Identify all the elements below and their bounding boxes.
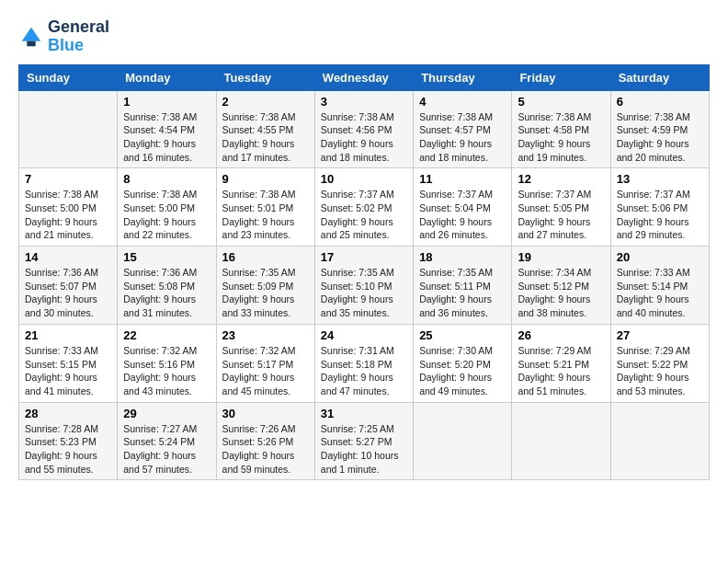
- calendar-cell: [610, 402, 709, 480]
- day-info: Sunrise: 7:38 AM Sunset: 4:57 PM Dayligh…: [419, 110, 506, 165]
- calendar-cell: 13Sunrise: 7:37 AM Sunset: 5:06 PM Dayli…: [610, 168, 709, 247]
- day-info: Sunrise: 7:38 AM Sunset: 4:54 PM Dayligh…: [123, 110, 210, 165]
- day-number: 22: [123, 328, 210, 342]
- day-number: 25: [419, 328, 506, 342]
- day-number: 21: [25, 328, 111, 342]
- day-info: Sunrise: 7:34 AM Sunset: 5:12 PM Dayligh…: [518, 266, 604, 320]
- weekday-header-wednesday: Wednesday: [314, 64, 413, 90]
- day-info: Sunrise: 7:33 AM Sunset: 5:15 PM Dayligh…: [25, 344, 111, 398]
- day-info: Sunrise: 7:38 AM Sunset: 4:55 PM Dayligh…: [222, 110, 309, 165]
- calendar-week-row: 28Sunrise: 7:28 AM Sunset: 5:23 PM Dayli…: [19, 402, 710, 480]
- calendar-cell: 9Sunrise: 7:38 AM Sunset: 5:01 PM Daylig…: [216, 168, 314, 247]
- day-info: Sunrise: 7:36 AM Sunset: 5:08 PM Dayligh…: [123, 266, 210, 320]
- day-number: 31: [321, 407, 407, 420]
- day-info: Sunrise: 7:29 AM Sunset: 5:21 PM Dayligh…: [518, 344, 604, 398]
- day-number: 16: [222, 250, 309, 264]
- day-number: 8: [123, 172, 210, 186]
- day-number: 9: [222, 172, 309, 186]
- day-info: Sunrise: 7:38 AM Sunset: 5:00 PM Dayligh…: [25, 188, 111, 242]
- day-number: 26: [518, 328, 604, 342]
- day-info: Sunrise: 7:26 AM Sunset: 5:26 PM Dayligh…: [222, 422, 309, 477]
- calendar-cell: 27Sunrise: 7:29 AM Sunset: 5:22 PM Dayli…: [610, 324, 709, 402]
- calendar-cell: 1Sunrise: 7:38 AM Sunset: 4:54 PM Daylig…: [118, 90, 216, 168]
- calendar-cell: 18Sunrise: 7:35 AM Sunset: 5:11 PM Dayli…: [414, 247, 512, 325]
- calendar-cell: 7Sunrise: 7:38 AM Sunset: 5:00 PM Daylig…: [19, 168, 118, 247]
- svg-marker-0: [22, 28, 41, 41]
- day-number: 6: [617, 95, 703, 109]
- day-number: 23: [222, 328, 309, 342]
- calendar-cell: 19Sunrise: 7:34 AM Sunset: 5:12 PM Dayli…: [512, 247, 610, 325]
- calendar-cell: 15Sunrise: 7:36 AM Sunset: 5:08 PM Dayli…: [118, 247, 216, 325]
- day-number: 29: [123, 407, 210, 420]
- calendar-table: SundayMondayTuesdayWednesdayThursdayFrid…: [18, 64, 710, 481]
- calendar-cell: [512, 402, 610, 480]
- calendar-cell: 17Sunrise: 7:35 AM Sunset: 5:10 PM Dayli…: [314, 247, 413, 325]
- day-info: Sunrise: 7:32 AM Sunset: 5:17 PM Dayligh…: [222, 344, 309, 398]
- calendar-cell: 28Sunrise: 7:28 AM Sunset: 5:23 PM Dayli…: [19, 402, 118, 480]
- calendar-cell: 3Sunrise: 7:38 AM Sunset: 4:56 PM Daylig…: [314, 90, 413, 168]
- calendar-cell: 6Sunrise: 7:38 AM Sunset: 4:59 PM Daylig…: [610, 90, 709, 168]
- weekday-header-sunday: Sunday: [19, 64, 118, 90]
- day-info: Sunrise: 7:37 AM Sunset: 5:02 PM Dayligh…: [321, 188, 407, 242]
- day-number: 3: [321, 95, 407, 109]
- calendar-week-row: 1Sunrise: 7:38 AM Sunset: 4:54 PM Daylig…: [19, 90, 710, 168]
- calendar-cell: 30Sunrise: 7:26 AM Sunset: 5:26 PM Dayli…: [216, 402, 314, 480]
- day-info: Sunrise: 7:37 AM Sunset: 5:05 PM Dayligh…: [518, 188, 604, 242]
- logo-text: General Blue: [48, 18, 109, 55]
- calendar-cell: 21Sunrise: 7:33 AM Sunset: 5:15 PM Dayli…: [19, 324, 118, 402]
- day-number: 19: [518, 250, 604, 264]
- calendar-cell: [414, 402, 512, 480]
- calendar-cell: 10Sunrise: 7:37 AM Sunset: 5:02 PM Dayli…: [314, 168, 413, 247]
- day-info: Sunrise: 7:35 AM Sunset: 5:11 PM Dayligh…: [419, 266, 506, 320]
- day-number: 15: [123, 250, 210, 264]
- calendar-cell: 20Sunrise: 7:33 AM Sunset: 5:14 PM Dayli…: [610, 247, 709, 325]
- day-number: 14: [25, 250, 111, 264]
- day-info: Sunrise: 7:31 AM Sunset: 5:18 PM Dayligh…: [321, 344, 407, 398]
- calendar-cell: 11Sunrise: 7:37 AM Sunset: 5:04 PM Dayli…: [414, 168, 512, 247]
- day-number: 11: [419, 172, 506, 186]
- day-info: Sunrise: 7:35 AM Sunset: 5:10 PM Dayligh…: [321, 266, 407, 320]
- day-number: 1: [123, 95, 210, 109]
- day-info: Sunrise: 7:36 AM Sunset: 5:07 PM Dayligh…: [25, 266, 111, 320]
- svg-rect-1: [27, 40, 35, 46]
- day-number: 30: [222, 407, 309, 420]
- day-number: 17: [321, 250, 407, 264]
- logo: General Blue: [18, 18, 109, 55]
- day-number: 18: [419, 250, 506, 264]
- calendar-cell: 8Sunrise: 7:38 AM Sunset: 5:00 PM Daylig…: [118, 168, 216, 247]
- day-info: Sunrise: 7:38 AM Sunset: 4:56 PM Dayligh…: [321, 110, 407, 165]
- day-number: 20: [617, 250, 703, 264]
- day-number: 12: [518, 172, 604, 186]
- calendar-cell: 14Sunrise: 7:36 AM Sunset: 5:07 PM Dayli…: [19, 247, 118, 325]
- weekday-header-row: SundayMondayTuesdayWednesdayThursdayFrid…: [19, 64, 710, 90]
- calendar-cell: 2Sunrise: 7:38 AM Sunset: 4:55 PM Daylig…: [216, 90, 314, 168]
- day-info: Sunrise: 7:28 AM Sunset: 5:23 PM Dayligh…: [25, 422, 111, 477]
- calendar-cell: 29Sunrise: 7:27 AM Sunset: 5:24 PM Dayli…: [118, 402, 216, 480]
- day-info: Sunrise: 7:37 AM Sunset: 5:06 PM Dayligh…: [617, 188, 703, 242]
- calendar-cell: 26Sunrise: 7:29 AM Sunset: 5:21 PM Dayli…: [512, 324, 610, 402]
- calendar-cell: 25Sunrise: 7:30 AM Sunset: 5:20 PM Dayli…: [414, 324, 512, 402]
- day-number: 13: [617, 172, 703, 186]
- weekday-header-saturday: Saturday: [610, 64, 709, 90]
- day-number: 5: [518, 95, 604, 109]
- page-header: General Blue: [18, 18, 710, 55]
- day-number: 28: [25, 407, 111, 420]
- day-info: Sunrise: 7:38 AM Sunset: 5:00 PM Dayligh…: [123, 188, 210, 242]
- calendar-cell: 31Sunrise: 7:25 AM Sunset: 5:27 PM Dayli…: [314, 402, 413, 480]
- day-info: Sunrise: 7:38 AM Sunset: 4:59 PM Dayligh…: [617, 110, 703, 165]
- calendar-cell: 16Sunrise: 7:35 AM Sunset: 5:09 PM Dayli…: [216, 247, 314, 325]
- weekday-header-monday: Monday: [118, 64, 216, 90]
- weekday-header-tuesday: Tuesday: [216, 64, 314, 90]
- calendar-cell: 22Sunrise: 7:32 AM Sunset: 5:16 PM Dayli…: [118, 324, 216, 402]
- calendar-cell: 12Sunrise: 7:37 AM Sunset: 5:05 PM Dayli…: [512, 168, 610, 247]
- calendar-week-row: 14Sunrise: 7:36 AM Sunset: 5:07 PM Dayli…: [19, 247, 710, 325]
- day-info: Sunrise: 7:35 AM Sunset: 5:09 PM Dayligh…: [222, 266, 309, 320]
- day-number: 24: [321, 328, 407, 342]
- logo-icon: [18, 24, 44, 50]
- day-number: 2: [222, 95, 309, 109]
- day-info: Sunrise: 7:37 AM Sunset: 5:04 PM Dayligh…: [419, 188, 506, 242]
- day-number: 10: [321, 172, 407, 186]
- calendar-cell: 23Sunrise: 7:32 AM Sunset: 5:17 PM Dayli…: [216, 324, 314, 402]
- weekday-header-friday: Friday: [512, 64, 610, 90]
- calendar-cell: 5Sunrise: 7:38 AM Sunset: 4:58 PM Daylig…: [512, 90, 610, 168]
